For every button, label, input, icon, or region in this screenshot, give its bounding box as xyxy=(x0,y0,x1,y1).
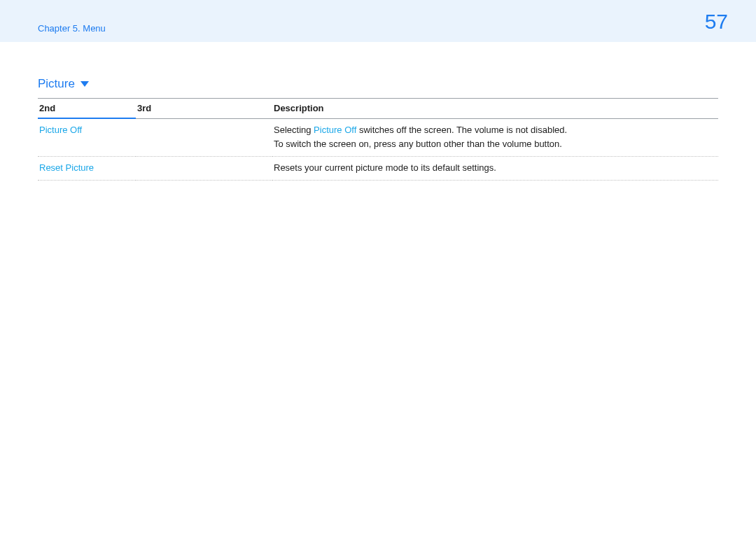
section-title-picture[interactable]: Picture xyxy=(38,77,89,91)
column-header-2nd: 2nd xyxy=(38,99,136,119)
column-header-description: Description xyxy=(272,99,718,119)
column-header-3rd: 3rd xyxy=(136,99,272,119)
desc-prefix: Selecting xyxy=(274,125,314,135)
desc-highlight: Picture Off xyxy=(314,125,356,135)
chevron-down-icon xyxy=(80,81,89,87)
cell-description: Resets your current picture mode to its … xyxy=(272,157,718,181)
table-row: Reset Picture Resets your current pictur… xyxy=(38,157,718,181)
cell-description: Selecting Picture Off switches off the s… xyxy=(272,118,718,157)
cell-2nd: Reset Picture xyxy=(38,157,136,181)
desc-suffix: switches off the screen. The volume is n… xyxy=(356,125,567,135)
cell-2nd: Picture Off xyxy=(38,118,136,157)
cell-3rd xyxy=(136,118,272,157)
cell-3rd xyxy=(136,157,272,181)
section-title-text: Picture xyxy=(38,77,75,91)
menu-table: 2nd 3rd Description Picture Off Selectin… xyxy=(38,98,718,181)
page-header: Chapter 5. Menu 57 xyxy=(0,0,756,42)
chapter-label: Chapter 5. Menu xyxy=(38,23,106,34)
page-content: Picture 2nd 3rd Description Picture Off … xyxy=(0,42,756,181)
desc-line2: To switch the screen on, press any butto… xyxy=(274,139,562,149)
table-row: Picture Off Selecting Picture Off switch… xyxy=(38,118,718,157)
page-number: 57 xyxy=(705,10,728,34)
